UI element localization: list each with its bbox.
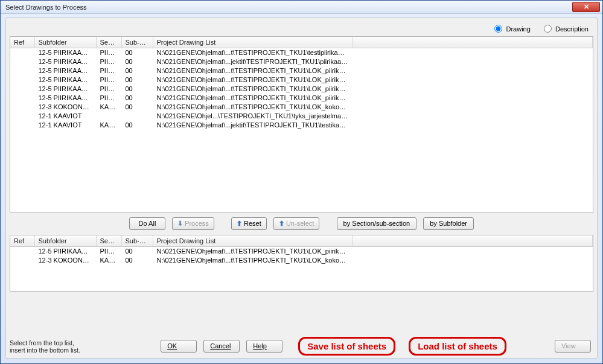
selected-header[interactable]: Ref Subfolder Section Sub-Section Projec… [10,235,593,247]
selected-table: Ref Subfolder Section Sub-Section Projec… [10,235,593,265]
col-subfolder[interactable]: Subfolder [34,37,96,48]
unselect-button[interactable]: ⬆ Un-select [273,217,320,230]
by-section-button[interactable]: by Section/sub-section [337,217,417,230]
process-label: Process [185,220,209,227]
footer-buttons: OK Cancel Help [158,340,285,353]
radio-drawing[interactable] [494,25,502,33]
radio-description[interactable] [544,25,552,33]
content-panel: Drawing Description Ref Subfolder Sectio… [5,18,598,359]
close-icon: ✕ [584,3,589,10]
ok-button[interactable]: OK [161,340,197,353]
reset-button[interactable]: ⬆ Reset [231,217,267,230]
table-row[interactable]: 12-5 PIIRIKAAVIOTPIIRI...00N:\021GENE\Oh… [10,57,593,66]
titlebar[interactable]: Select Drawings to Process ✕ [1,1,602,14]
available-header[interactable]: Ref Subfolder Section Sub-Section Projec… [10,37,593,48]
window-title: Select Drawings to Process [3,4,572,11]
table-row[interactable]: 12-5 PIIRIKAAVIOTPIIRI...00N:\021GENE\Oh… [10,94,593,103]
do-all-button[interactable]: Do All [129,217,165,230]
help-button[interactable]: Help [246,340,282,353]
available-list[interactable]: Ref Subfolder Section Sub-Section Projec… [10,36,593,212]
annotation-save: Save list of sheets [298,337,395,356]
unselect-label: Un-select [286,220,314,227]
col-fill[interactable] [352,235,593,247]
col-subsection[interactable]: Sub-Section [121,37,153,48]
footer-right: View [552,340,593,353]
col-section[interactable]: Section [96,235,121,247]
middle-toolbar: Do All ⬇ Process ⬆ Reset ⬆ Un-select by … [10,217,593,230]
col-path[interactable]: Project Drawing List [153,37,352,48]
table-row[interactable]: 12-5 PIIRIKAAVIOTPIIRI...00N:\021GENE\Oh… [10,75,593,85]
col-subfolder[interactable]: Subfolder [34,235,96,247]
annotation-load: Load list of sheets [409,337,506,356]
radio-drawing-text: Drawing [506,25,530,33]
arrow-up-icon: ⬆ [279,220,284,227]
col-path[interactable]: Project Drawing List [153,235,352,247]
close-button[interactable]: ✕ [572,2,600,12]
table-row[interactable]: 12-5 PIIRIKAAVIOTPIIRI...00N:\021GENE\Oh… [10,66,593,75]
dialog-window: Select Drawings to Process ✕ Drawing Des… [0,0,603,364]
hint-line-1: Select from the top list, [10,339,112,346]
by-subfolder-button[interactable]: by Subfolder [423,217,474,230]
hint-line-2: insert into the bottom list. [10,346,112,354]
hint-text: Select from the top list, insert into th… [10,339,112,354]
view-mode-radios: Drawing Description [10,22,593,36]
col-subsection[interactable]: Sub-Section [121,235,153,247]
radio-description-text: Description [555,25,589,33]
col-ref[interactable]: Ref [10,37,34,48]
reset-label: Reset [244,220,261,227]
arrow-down-icon: ⬇ [177,220,183,227]
process-button[interactable]: ⬇ Process [172,217,214,230]
arrow-up-icon: ⬆ [237,220,242,227]
table-row[interactable]: 12-5 PIIRIKAAVIOTPIIRI...00N:\021GENE\Oh… [10,247,593,257]
available-table: Ref Subfolder Section Sub-Section Projec… [10,37,593,130]
table-row[interactable]: 12-1 KAAVIOTKAAV...00N:\021GENE\Ohjelmat… [10,121,593,130]
col-fill[interactable] [352,37,593,48]
view-button[interactable]: View [555,340,591,353]
col-ref[interactable]: Ref [10,235,34,247]
selected-list[interactable]: Ref Subfolder Section Sub-Section Projec… [10,235,593,292]
table-row[interactable]: 12-1 KAAVIOTN:\021GENE\Ohjel...\TESTIPRO… [10,112,593,121]
table-row[interactable]: 12-5 PIIRIKAAVIOTPIIRI...00N:\021GENE\Oh… [10,48,593,58]
table-row[interactable]: 12-3 KOKOONPANOP...KAAV...00N:\021GENE\O… [10,256,593,265]
cancel-button[interactable]: Cancel [203,340,240,353]
footer: Select from the top list, insert into th… [10,337,593,356]
table-row[interactable]: 12-5 PIIRIKAAVIOTPIIRI...00N:\021GENE\Oh… [10,85,593,94]
radio-description-label[interactable]: Description [541,25,589,33]
col-section[interactable]: Section [96,37,121,48]
radio-drawing-label[interactable]: Drawing [491,25,532,33]
table-row[interactable]: 12-3 KOKOONPANOP...KAAV...00N:\021GENE\O… [10,103,593,112]
